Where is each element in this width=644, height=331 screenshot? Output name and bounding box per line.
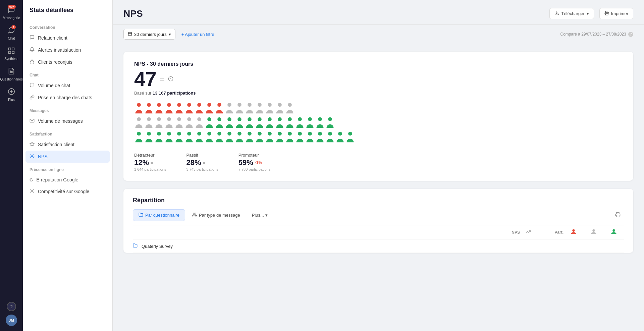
print-button[interactable]: Imprimer [599,8,633,19]
table-print-button[interactable] [612,210,624,221]
svg-point-40 [157,117,161,121]
svg-point-72 [278,132,282,136]
person-figure [144,102,154,116]
questionnaires-icon [8,67,15,76]
page-title: NPS [123,8,143,19]
svg-marker-9 [30,59,34,63]
sidebar-item-competitivite[interactable]: Compétitivité sur Google [23,185,112,198]
svg-point-79 [348,132,352,136]
svg-point-77 [328,132,332,136]
col-trend-header [520,229,537,235]
person-figure [184,131,194,145]
competitivite-icon [30,188,35,195]
svg-point-29 [207,103,211,107]
synthese-label: Synthèse [4,57,18,61]
sidebar-item-clients[interactable]: Clients reconjuis [23,56,112,68]
tab-par-questionnaire[interactable]: Par questionnaire [133,209,185,221]
svg-rect-3 [9,51,11,53]
date-chevron-icon: ▾ [169,32,171,37]
sidebar-item-volume-chat[interactable]: Volume de chat [23,79,112,92]
svg-point-31 [227,103,231,107]
clients-icon [30,59,35,65]
help-icon: ? [10,304,12,309]
person-figure [315,131,325,145]
plus-dropdown-button[interactable]: Plus... ▾ [247,210,272,220]
avatar[interactable]: JM [6,315,17,326]
plus-chevron-icon: ▾ [265,213,268,218]
person-figure [154,117,164,130]
sidebar-item-satisfaction-client[interactable]: Satisfaction client [23,139,112,151]
svg-point-25 [167,103,171,107]
section-label-satisfaction: Satisfaction [23,127,112,139]
compare-text: Comparé à 29/07/2023 – 27/08/2023 ? [560,32,634,37]
person-figure [285,117,294,130]
svg-point-45 [207,117,211,121]
add-filter-button[interactable]: + Ajouter un filtre [179,30,217,39]
sidebar-item-prise-en-charge[interactable]: Prise en charge des chats [23,92,112,104]
svg-point-53 [288,117,292,121]
person-figure [164,117,174,130]
person-figure [345,131,355,145]
passif-label: Passif [186,153,218,158]
svg-point-71 [268,132,272,136]
sidebar-item-nps[interactable]: NPS [25,151,110,163]
svg-point-74 [298,132,302,136]
sidebar-item-volume-messages[interactable]: Volume de messages [23,115,112,127]
type-message-tab-icon [192,212,197,218]
svg-point-43 [187,117,191,121]
svg-point-26 [177,103,181,107]
person-figure [205,117,214,130]
svg-marker-10 [30,142,34,146]
date-range-button[interactable]: 30 derniers jours ▾ [123,29,175,40]
svg-point-60 [157,132,161,136]
sidebar-item-alertes[interactable]: Alertes insatisfaction [23,44,112,56]
download-label: Télécharger [561,11,584,16]
person-figure [144,131,154,145]
people-row [134,102,623,116]
detracteur-value: 12% = [134,158,166,167]
col-part-header: Part. [537,230,564,235]
people-row [134,131,623,145]
download-button[interactable]: Télécharger ▾ [549,8,594,19]
person-figure [205,102,214,116]
tab-type-message-label: Par type de message [199,213,240,218]
table-header: NPS Part. [133,225,624,239]
sidebar-item-relation-client[interactable]: Relation client [23,32,112,44]
sidebar-item-plus[interactable]: Plus [1,85,21,104]
person-figure [335,131,345,145]
volume-chat-icon [30,82,35,89]
svg-point-65 [207,132,211,136]
person-figure [245,102,254,116]
person-figure [215,117,224,130]
help-button[interactable]: ? [7,302,16,311]
person-figure [265,117,274,130]
person-figure [295,131,305,145]
prise-en-charge-icon [30,95,35,101]
passif-participations: 3 743 participations [186,167,218,171]
svg-point-70 [258,132,262,136]
tab-questionnaire-label: Par questionnaire [145,213,179,218]
person-figure [275,131,284,145]
main-content: NPS - 30 derniers jours 47 = Basé sur 13… [113,44,644,331]
sidebar-item-synthese[interactable]: Synthèse [1,44,21,63]
plus-icon [8,88,15,97]
sidebar-item-chat[interactable]: 1 Chat [1,24,21,43]
repartition-tabs: Par questionnaire Par type de message Pl… [133,209,624,221]
sidebar-item-messagerie[interactable]: 99+ Messagerie [1,3,21,22]
tab-par-type-message[interactable]: Par type de message [186,209,246,221]
compare-label: Comparé à 29/07/2023 – 27/08/2023 [560,32,626,37]
person-figure [255,102,264,116]
sidebar-item-questionnaires[interactable]: Questionnaires [1,65,21,84]
download-chevron-icon: ▾ [587,11,589,16]
volume-messages-icon [30,118,35,124]
person-figure [225,102,234,116]
sidebar-item-e-reputation[interactable]: G E-réputation Google [23,174,112,185]
breakdown-detracteur: Détracteur 12% = 1 644 participations [134,153,166,171]
breakdown-promoteur: Promoteur 59% -1% 7 780 participations [238,153,270,171]
messagerie-label: Messagerie [3,16,20,20]
person-figure [275,102,284,116]
svg-point-51 [268,117,272,121]
person-figure [225,131,234,145]
survey-icon [133,243,139,249]
nps-participations: 13 167 participations [153,91,196,96]
